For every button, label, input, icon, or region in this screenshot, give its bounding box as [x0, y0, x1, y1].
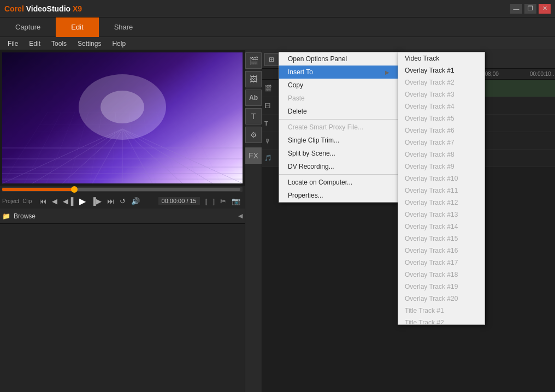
menubar: File Edit Tools Settings Help — [0, 37, 555, 50]
prev-step-forward-button[interactable]: ▐▶ — [89, 196, 104, 206]
track-overlay-icon[interactable]: 🎞 — [264, 103, 270, 109]
prev-volume-button[interactable]: 🔊 — [129, 196, 142, 206]
ctx-split-scene[interactable]: Split by Scene... — [279, 147, 398, 160]
menu-help[interactable]: Help — [107, 39, 131, 49]
prev-play-button[interactable]: ▶ — [77, 195, 88, 207]
ctx-separator-2 — [279, 174, 398, 175]
ctx-copy[interactable]: Copy — [279, 79, 398, 92]
prev-repeat-button[interactable]: ↺ — [117, 196, 128, 206]
browse-icon: 📁 — [2, 212, 10, 220]
ctx-separator-1 — [279, 119, 398, 120]
submenu-overlay-track-16: Overlay Track #16 — [398, 245, 485, 257]
submenu-overlay-track-3: Overlay Track #3 — [398, 88, 485, 100]
ctx-properties[interactable]: Properties... — [279, 189, 398, 202]
app-logo: Corel VideoStudio X9 — [4, 4, 510, 13]
menu-file[interactable]: File — [2, 39, 23, 49]
tool-text-button[interactable]: Ab — [245, 90, 262, 106]
window-controls: — ❐ ✕ — [510, 4, 551, 14]
submenu-title-track-1: Title Track #1 — [398, 305, 485, 317]
submenu-overlay-track-18: Overlay Track #18 — [398, 269, 485, 281]
track-music-icon[interactable]: 🎵 — [264, 155, 272, 162]
ctx-delete[interactable]: Delete — [279, 105, 398, 118]
preview-controls: Project Clip ⏮ ◀ ◀▐ ▶ ▐▶ ⏭ ↺ 🔊 00:00:00 … — [0, 193, 245, 209]
track-voice-icon[interactable]: 🎙 — [264, 138, 270, 144]
prev-step-back-button[interactable]: ◀▐ — [61, 196, 75, 206]
submenu-overlay-track-19: Overlay Track #19 — [398, 281, 485, 293]
titlebar: Corel VideoStudio X9 — ❐ ✕ — [0, 0, 555, 17]
tool-fx-button[interactable]: ⚙ — [245, 127, 262, 143]
project-label: Project — [2, 198, 19, 204]
logo-brand: VideoStudio — [26, 4, 70, 13]
ctx-insert-to-label: Insert To — [288, 68, 313, 76]
prev-end-button[interactable]: ⏭ — [105, 196, 116, 206]
ctx-insert-to-arrow: ▶ — [385, 69, 389, 75]
track-title-icon[interactable]: T — [264, 120, 268, 127]
nav-capture-button[interactable]: Capture — [0, 17, 56, 37]
menu-settings[interactable]: Settings — [72, 39, 107, 49]
clip-label: Clip — [22, 198, 32, 204]
submenu-overlay-track-14: Overlay Track #14 — [398, 221, 485, 233]
playhead-handle[interactable] — [71, 186, 78, 193]
context-menu: Open Options Panel Insert To ▶ Copy Past… — [279, 52, 399, 203]
win-minimize-button[interactable]: — — [510, 4, 522, 14]
time-display: 00:00:00 / 15 — [158, 197, 200, 205]
submenu-overlay-track-6: Overlay Track #6 — [398, 124, 485, 136]
browse-collapse-icon[interactable]: ◀ — [238, 212, 243, 219]
menu-tools[interactable]: Tools — [46, 39, 72, 49]
nav-edit-button[interactable]: Edit — [56, 17, 98, 37]
logo-corel: Corel — [4, 4, 24, 13]
ctx-open-options[interactable]: Open Options Panel — [279, 52, 398, 66]
playhead-bar — [2, 188, 240, 191]
prev-start-button[interactable]: ⏮ — [37, 196, 49, 206]
submenu-overlay-track-1[interactable]: Overlay Track #1 — [398, 64, 485, 76]
prev-back-button[interactable]: ◀ — [50, 196, 60, 206]
timeline-btn-1[interactable]: ⊞ — [264, 53, 279, 66]
submenu-overlay-track-10: Overlay Track #10 — [398, 173, 485, 185]
tool-title-button[interactable]: T — [245, 108, 262, 124]
win-close-button[interactable]: ✕ — [539, 4, 551, 14]
ctx-smart-proxy: Create Smart Proxy File... — [279, 121, 398, 134]
video-preview — [2, 52, 243, 183]
browse-label: Browse — [14, 212, 36, 220]
submenu-overlay-track-8: Overlay Track #8 — [398, 149, 485, 161]
ruler-mark-3: 00:00:10.. — [530, 71, 555, 77]
snapshot-button[interactable]: 📷 — [229, 196, 243, 206]
ctx-dv-recording[interactable]: DV Recording... — [279, 160, 398, 173]
mark-in-button[interactable]: [ — [203, 196, 210, 206]
submenu-overlay-track-9: Overlay Track #9 — [398, 161, 485, 173]
insert-to-submenu: Video Track Overlay Track #1 Overlay Tra… — [398, 52, 485, 325]
submenu-overlay-track-12: Overlay Track #12 — [398, 197, 485, 209]
logo-version: X9 — [73, 4, 82, 13]
ctx-locate-computer[interactable]: Locate on Computer... — [279, 176, 398, 189]
menu-edit[interactable]: Edit — [23, 39, 46, 49]
ctx-paste: Paste — [279, 92, 398, 105]
library-browse-bar: 📁 Browse ◀ — [0, 209, 245, 224]
tool-fx2-button[interactable]: FX — [245, 147, 262, 164]
submenu-overlay-track-7: Overlay Track #7 — [398, 136, 485, 149]
submenu-overlay-track-13: Overlay Track #13 — [398, 209, 485, 221]
preview-slider — [0, 186, 245, 193]
ctx-single-trim[interactable]: Single Clip Trim... — [279, 134, 398, 147]
left-panel: Project Clip ⏮ ◀ ◀▐ ▶ ▐▶ ⏭ ↺ 🔊 00:00:00 … — [0, 50, 245, 392]
library-area — [0, 224, 245, 392]
win-restore-button[interactable]: ❐ — [524, 4, 536, 14]
nav-share-button[interactable]: Share — [99, 17, 149, 37]
submenu-overlay-track-4: Overlay Track #4 — [398, 100, 485, 112]
svg-point-16 — [101, 91, 144, 123]
submenu-overlay-track-5: Overlay Track #5 — [398, 112, 485, 124]
tool-film-button[interactable]: 🎬 — [245, 52, 262, 69]
submenu-overlay-track-15: Overlay Track #15 — [398, 233, 485, 245]
cut-button[interactable]: ✂ — [218, 196, 228, 206]
side-toolbar: 🎬 🖼 Ab T ⚙ FX — [245, 50, 262, 392]
submenu-overlay-track-2: Overlay Track #2 — [398, 76, 485, 88]
submenu-overlay-track-20: Overlay Track #20 — [398, 293, 485, 305]
submenu-video-track[interactable]: Video Track — [398, 52, 485, 64]
tool-media-button[interactable]: 🖼 — [245, 71, 262, 87]
submenu-overlay-track-11: Overlay Track #11 — [398, 185, 485, 197]
mark-out-button[interactable]: ] — [210, 196, 217, 206]
preview-svg — [2, 52, 243, 183]
submenu-title-track-2: Title Track #2 — [398, 317, 485, 325]
track-video-icon[interactable]: 🎬 — [264, 85, 272, 92]
ctx-insert-to[interactable]: Insert To ▶ — [279, 66, 398, 79]
submenu-overlay-track-17: Overlay Track #17 — [398, 257, 485, 269]
